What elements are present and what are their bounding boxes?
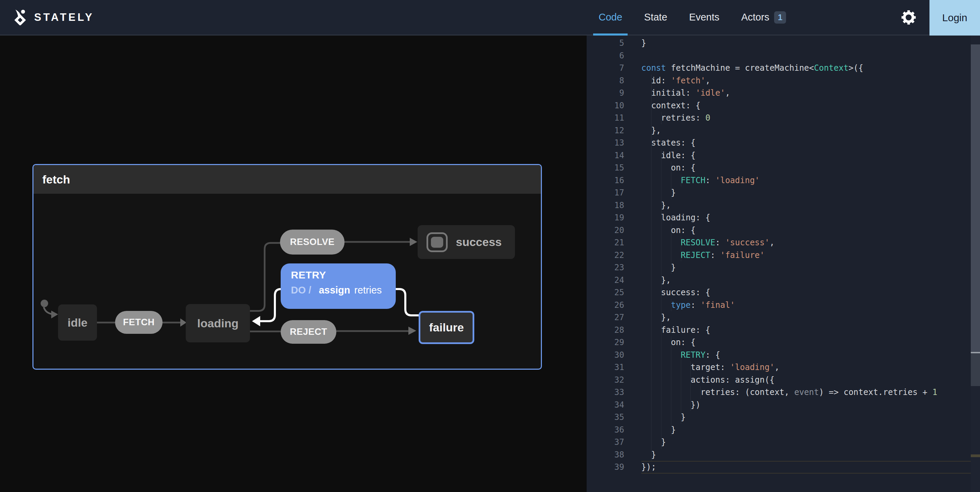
state-loading[interactable]: loading (186, 304, 250, 342)
code-line[interactable]: 5} (587, 37, 980, 50)
code-line[interactable]: 37} (587, 436, 980, 449)
code-line[interactable]: 6 (587, 50, 980, 62)
code-line[interactable]: 13states: { (587, 137, 980, 149)
event-reject[interactable]: REJECT (281, 320, 336, 344)
actors-count-badge: 1 (774, 11, 786, 24)
event-fetch-label: FETCH (123, 317, 155, 327)
code-line[interactable]: 34}) (587, 399, 980, 411)
code-line[interactable]: 36} (587, 424, 980, 436)
brand-name: STATELY (34, 11, 94, 24)
initial-state-marker (41, 300, 58, 318)
code-line[interactable]: 18}, (587, 199, 980, 212)
tab-actors[interactable]: Actors 1 (741, 0, 786, 35)
final-state-icon (426, 232, 448, 252)
event-reject-label: REJECT (290, 327, 328, 337)
code-line[interactable]: 27}, (587, 311, 980, 324)
code-line[interactable]: 8id: 'fetch', (587, 75, 980, 87)
tab-actors-label: Actors (741, 12, 769, 23)
event-retry[interactable]: RETRY DO / assign retries (281, 264, 396, 309)
tab-state[interactable]: State (644, 0, 667, 35)
code-line[interactable]: 33retries: (context, event) => context.r… (587, 386, 980, 399)
code-line[interactable]: 29on: { (587, 336, 980, 349)
code-line[interactable]: 9initial: 'idle', (587, 87, 980, 99)
code-lines: 5}67const fetchMachine = createMachine<C… (587, 37, 980, 474)
code-line[interactable]: 26type: 'final' (587, 299, 980, 311)
event-resolve[interactable]: RESOLVE (280, 230, 345, 254)
code-line[interactable]: 38} (587, 449, 980, 461)
code-line[interactable]: 35} (587, 411, 980, 424)
retry-action-name: assign (319, 284, 350, 296)
code-line[interactable]: 32actions: assign({ (587, 374, 980, 387)
code-line[interactable]: 30RETRY: { (587, 349, 980, 361)
retry-action-row: DO / assign retries (291, 284, 396, 296)
code-line[interactable]: 21RESOLVE: 'success', (587, 236, 980, 249)
code-line[interactable]: 31target: 'loading', (587, 361, 980, 374)
code-editor[interactable]: 5}67const fetchMachine = createMachine<C… (587, 35, 980, 492)
code-line[interactable]: 24}, (587, 274, 980, 287)
top-bar: STATELY Code State Events Actors 1 (0, 0, 980, 35)
scrollbar-current-line-marker (971, 454, 980, 457)
code-line[interactable]: 19loading: { (587, 211, 980, 224)
scrollbar-secondary (971, 353, 980, 386)
state-idle[interactable]: idle (58, 304, 97, 341)
stately-logo-icon (12, 10, 28, 25)
state-success[interactable]: success (418, 225, 515, 259)
event-fetch[interactable]: FETCH (115, 311, 162, 334)
tab-events[interactable]: Events (689, 0, 719, 35)
code-line[interactable]: 39}); (587, 461, 980, 474)
state-failure[interactable]: failure (418, 311, 474, 344)
tab-events-label: Events (689, 12, 719, 23)
scrollbar-thumb[interactable] (971, 45, 980, 352)
tab-state-label: State (644, 12, 667, 23)
login-button[interactable]: Login (929, 0, 980, 35)
code-line[interactable]: 16FETCH: 'loading' (587, 174, 980, 187)
code-line[interactable]: 15on: { (587, 161, 980, 174)
brand[interactable]: STATELY (12, 0, 94, 35)
state-idle-label: idle (68, 316, 88, 329)
state-success-label: success (456, 235, 502, 249)
state-failure-label: failure (429, 321, 464, 334)
event-retry-label: RETRY (291, 269, 396, 281)
retry-do-label: DO / (291, 284, 312, 296)
diagram-canvas[interactable]: fetch idle loading success failure FETCH… (0, 35, 587, 492)
code-line[interactable]: 22REJECT: 'failure' (587, 249, 980, 262)
code-line[interactable]: 20on: { (587, 224, 980, 237)
code-line[interactable]: 23} (587, 261, 980, 274)
code-line[interactable]: 7const fetchMachine = createMachine<Cont… (587, 62, 980, 75)
event-resolve-label: RESOLVE (290, 237, 335, 248)
code-line[interactable]: 25success: { (587, 286, 980, 299)
tab-code[interactable]: Code (598, 0, 622, 35)
tab-code-label: Code (598, 12, 622, 23)
code-line[interactable]: 14idle: { (587, 149, 980, 162)
state-loading-label: loading (197, 317, 239, 330)
main-nav: Code State Events Actors 1 (598, 0, 786, 35)
editor-scrollbar[interactable] (971, 35, 980, 492)
code-line[interactable]: 12}, (587, 125, 980, 137)
code-line[interactable]: 11retries: 0 (587, 112, 980, 125)
code-line[interactable]: 17} (587, 187, 980, 199)
code-line[interactable]: 10context: { (587, 99, 980, 112)
code-line[interactable]: 28failure: { (587, 324, 980, 337)
retry-action-arg: retries (355, 284, 382, 296)
settings-gear-icon[interactable] (902, 10, 916, 25)
